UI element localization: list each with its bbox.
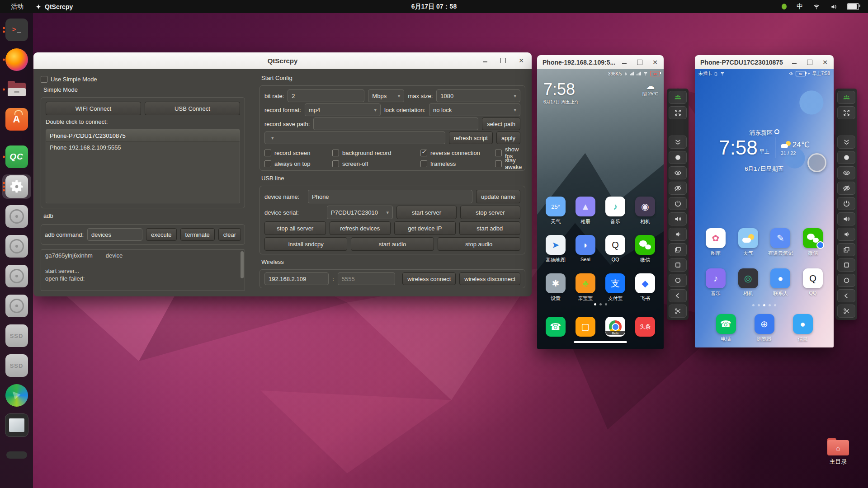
assistive-touch-ball[interactable] xyxy=(807,153,826,172)
adb-command-input[interactable]: devices xyxy=(87,228,142,241)
app-icon-支付宝[interactable]: 支支付宝 xyxy=(602,273,628,302)
execute-button[interactable]: execute xyxy=(146,228,177,241)
update-name-button[interactable]: update name xyxy=(476,190,520,203)
volume-up-button[interactable] xyxy=(837,212,855,225)
option-checkbox-screen-off[interactable]: screen-off xyxy=(332,160,420,167)
menu-button[interactable] xyxy=(837,258,855,272)
refresh-script-button[interactable]: refresh script xyxy=(449,131,493,144)
battery-icon[interactable] xyxy=(847,3,859,10)
menu-button[interactable] xyxy=(669,258,687,272)
start-server-button[interactable]: start server xyxy=(396,206,457,219)
app-icon-浏览器[interactable]: ⊕浏览器 xyxy=(751,314,778,343)
volume-down-button[interactable] xyxy=(669,228,687,241)
app-icon-phone-call[interactable]: ☎ xyxy=(542,317,569,337)
bit-rate-input[interactable]: 2 xyxy=(288,89,364,102)
device-list-item[interactable]: Phone-192.168.2.109:5555 xyxy=(46,142,240,153)
app-icon-有道云笔记[interactable]: ✎有道云笔记 xyxy=(767,228,793,257)
dock-item-disc-4[interactable] xyxy=(2,294,31,318)
back-button[interactable] xyxy=(669,289,687,302)
app-icon-Seal[interactable]: ◗Seal xyxy=(572,235,599,263)
app-icon-QQ[interactable]: QQQ xyxy=(602,235,628,263)
clock-date[interactable]: 6月17日 07：58 xyxy=(0,3,868,11)
device-serial-combo[interactable]: P7CDU17C23010 xyxy=(327,206,393,219)
select-path-button[interactable]: select path xyxy=(482,117,520,130)
app-icon-信息[interactable]: ●信息 xyxy=(790,314,816,343)
screen-up-button[interactable] xyxy=(669,166,687,179)
clear-button[interactable]: clear xyxy=(218,228,241,241)
device-list-item[interactable]: Phone-P7CDU17C23010875 xyxy=(46,130,240,142)
app-icon-飞书[interactable]: ◆飞书 xyxy=(632,273,658,302)
start-audio-button[interactable]: start audio xyxy=(351,237,434,251)
home-folder-shortcut[interactable]: ⌂ 主目录 xyxy=(825,438,852,466)
screen-up-button[interactable] xyxy=(837,166,855,179)
apply-button[interactable]: apply xyxy=(496,131,520,144)
input-method-indicator[interactable]: 中 xyxy=(797,3,803,11)
touch-button[interactable] xyxy=(837,151,855,164)
app-switch-button[interactable] xyxy=(837,243,855,256)
app-icon-QQ[interactable]: QQQ xyxy=(800,268,826,297)
install-sndcpy-button[interactable]: install sndcpy xyxy=(264,237,347,251)
app-icon-天气[interactable]: 25°天气 xyxy=(542,197,569,225)
option-checkbox-frameless[interactable]: frameless xyxy=(420,160,495,167)
dock-item-qtscrcpy[interactable]: QC xyxy=(2,145,31,169)
record-save-path-input[interactable] xyxy=(313,117,478,130)
maximize-button[interactable] xyxy=(499,56,507,65)
group-control-button[interactable] xyxy=(669,91,687,104)
app-icon-联系人[interactable]: ●联系人 xyxy=(767,268,793,297)
home-indicator[interactable] xyxy=(574,341,627,343)
minimize-button[interactable] xyxy=(790,58,798,66)
expand-notification-button[interactable] xyxy=(669,136,687,149)
focused-app-menu[interactable]: QtScrcpy xyxy=(35,3,73,10)
script-combo[interactable] xyxy=(264,131,445,144)
dock-item-disc-2[interactable] xyxy=(2,234,31,258)
home-button[interactable] xyxy=(837,274,855,287)
stop-all-server-button[interactable]: stop all server xyxy=(264,221,326,235)
lock-orientation-combo[interactable]: no lock xyxy=(429,103,520,116)
close-button[interactable]: ✕ xyxy=(651,58,659,66)
wifi-icon[interactable] xyxy=(813,4,820,10)
get-device-ip-button[interactable]: get device IP xyxy=(394,221,456,235)
volume-down-button[interactable] xyxy=(837,228,855,241)
wireless-port-input[interactable]: 5555 xyxy=(338,272,395,285)
app-icon-相机[interactable]: ◉相机 xyxy=(632,197,658,225)
touch-button[interactable] xyxy=(669,151,687,164)
dock-item-disc-3[interactable] xyxy=(2,264,31,288)
dock-item-ssd-1[interactable]: SSD xyxy=(2,324,31,348)
dock-item-settings[interactable] xyxy=(2,174,31,199)
option-checkbox-background-record[interactable]: background record xyxy=(332,150,420,156)
app-icon-电话[interactable]: ☎电话 xyxy=(713,314,739,343)
full-screen-button[interactable] xyxy=(669,106,687,119)
power-button[interactable] xyxy=(837,197,855,210)
dock-item-terminal[interactable]: >_ xyxy=(2,18,31,42)
minimize-button[interactable] xyxy=(481,56,489,65)
volume-icon[interactable] xyxy=(830,4,837,10)
option-checkbox-record-screen[interactable]: record screen xyxy=(264,150,332,156)
window-titlebar[interactable]: QtScrcpy ✕ xyxy=(33,52,532,69)
terminate-button[interactable]: terminate xyxy=(180,228,215,241)
screen-shot-button[interactable] xyxy=(669,305,687,318)
start-adbd-button[interactable]: start adbd xyxy=(459,221,521,235)
phone2-screen[interactable]: 未插卡50早上7:58 浦东新区 7:58 早上 24℃ 31 / 22 6月1… xyxy=(695,69,834,347)
app-icon-高德地图[interactable]: ➤高德地图 xyxy=(542,235,569,263)
adb-console-output[interactable]: ga7d65ylnj6xinhm device start server... … xyxy=(41,249,245,291)
app-icon-天气[interactable]: 天气 xyxy=(735,228,761,257)
screen-shot-button[interactable] xyxy=(837,305,855,318)
bit-rate-unit-combo[interactable]: Mbps xyxy=(368,89,404,102)
device-name-input[interactable]: Phone xyxy=(308,190,472,203)
back-button[interactable] xyxy=(837,289,855,302)
app-icon-设置[interactable]: ✱设置 xyxy=(542,273,569,302)
wireless-connect-button[interactable]: wireless connect xyxy=(402,272,456,285)
maximize-button[interactable] xyxy=(806,58,814,66)
dock-item-firefox[interactable] xyxy=(2,47,31,72)
maximize-button[interactable] xyxy=(636,58,644,66)
dock-item-ubuntu-software[interactable]: A xyxy=(2,107,31,131)
phone1-screen[interactable]: 396K/s10 7:58 6月17日 周五上午 ☁ 阴 25℃ 25°天气▲相… xyxy=(537,69,664,349)
usb-connect-button[interactable]: USB Connect xyxy=(145,102,240,115)
wireless-ip-input[interactable]: 192.168.2.109 xyxy=(264,272,329,285)
power-button[interactable] xyxy=(669,197,687,210)
use-simple-mode-checkbox[interactable]: Use Simple Mode xyxy=(41,75,245,84)
wifi-connect-button[interactable]: WIFI Connect xyxy=(46,102,141,115)
full-screen-button[interactable] xyxy=(837,106,855,119)
option-checkbox-always-on-top[interactable]: always on top xyxy=(264,160,332,167)
dock-item-sphere-app[interactable] xyxy=(2,383,31,408)
